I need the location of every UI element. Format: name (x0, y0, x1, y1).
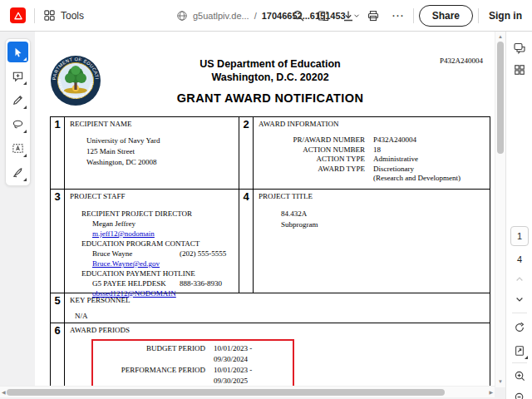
zoom-out-button[interactable] (510, 387, 530, 399)
print-icon (367, 9, 380, 22)
staff-name: G5 PAYEE HELPDESK (92, 278, 180, 288)
section-project-staff: 3 PROJECT STAFF RECIPIENT PROJECT DIRECT… (51, 190, 239, 293)
period-label: BUDGET PERIOD (98, 343, 205, 365)
period-value: 10/01/2023 - 09/30/2024 (214, 343, 288, 365)
download-icon (342, 9, 355, 22)
zoom-in-button[interactable] (510, 366, 530, 386)
field-label: AWARD TYPE (259, 165, 365, 175)
field-value: Discretionary (373, 165, 414, 175)
section-label: AWARD INFORMATION (259, 120, 485, 128)
doc-title: GRANT AWARD NOTIFICATION (50, 91, 490, 105)
section-recipient-name: 1 RECIPIENT NAME University of Navy Yard… (51, 117, 239, 189)
add-text-tool-button[interactable] (7, 138, 28, 159)
toolbar-divider (478, 8, 479, 23)
section-number: 5 (51, 293, 65, 323)
sign-tool-button[interactable] (7, 162, 28, 183)
tools-grid-icon (43, 9, 56, 22)
section-label: PROJECT TITLE (259, 192, 485, 200)
thumbnails-grid-icon (514, 64, 525, 76)
panel-divider (512, 362, 527, 363)
scroll-up-arrow[interactable]: ▲ (498, 34, 503, 39)
field-label: PR/AWARD NUMBER (259, 135, 365, 145)
award-info-row: ACTION TYPE Administrative (259, 155, 485, 165)
sign-in-button[interactable]: Sign in (484, 7, 527, 25)
staff-email-link[interactable]: m.jeff12@nodomain (92, 229, 155, 238)
period-value: 10/01/2023 - 09/30/2025 (214, 365, 288, 386)
chevron-down-icon (515, 294, 525, 304)
text-box-icon (12, 142, 24, 155)
right-panel: 4 (505, 32, 532, 399)
acrobat-logo-icon (10, 7, 26, 23)
comments-panel-button[interactable] (510, 38, 530, 58)
gan-table: 1 RECIPIENT NAME University of Navy Yard… (50, 116, 490, 386)
field-label: ACTION NUMBER (259, 145, 365, 155)
lasso-icon (12, 118, 24, 131)
horizontal-scrollbar-thumb[interactable] (7, 389, 445, 396)
print-button[interactable] (363, 6, 383, 26)
section-label: AWARD PERIODS (70, 326, 485, 334)
zoom-in-icon (514, 370, 526, 382)
scroll-left-arrow[interactable]: ◀ (2, 390, 6, 395)
section-number: 3 (51, 190, 65, 293)
current-page-input[interactable] (510, 226, 529, 246)
field-label (259, 174, 365, 184)
staff-phone: (202) 555-5555 (180, 249, 226, 259)
recipient-line: Washington, DC 20008 (86, 157, 234, 168)
staff-phone: 888-336-8930 (180, 278, 222, 288)
staff-name: Megan Jeffrey (92, 219, 180, 229)
download-button[interactable] (338, 6, 358, 26)
scroll-down-arrow[interactable]: ▼ (498, 379, 503, 384)
page-thumbnails-button[interactable] (510, 60, 530, 80)
rotate-clockwise-icon (514, 322, 525, 333)
vertical-scrollbar-thumb[interactable] (497, 42, 504, 154)
scroll-right-arrow[interactable]: ▶ (489, 390, 493, 395)
recipient-line: University of Navy Yard (86, 135, 234, 146)
more-options-button[interactable]: ⋯ (388, 8, 408, 23)
staff-email-link[interactable]: Bruce.Wayne@ed.gov (92, 259, 160, 268)
tools-menu-button[interactable]: Tools (40, 6, 87, 25)
lasso-tool-button[interactable] (7, 114, 28, 135)
pdf-page: DEPARTMENT OF EDUCATION UNITED STATES OF… (35, 32, 495, 386)
doc-header-line2: Washington, D.C. 20202 (50, 71, 490, 83)
page-code: P432A240004 (440, 57, 483, 65)
toolbar-divider (34, 8, 35, 23)
breadcrumb-separator: / (254, 11, 257, 21)
share-button[interactable]: Share (419, 5, 473, 27)
previous-page-button[interactable] (510, 269, 530, 289)
comment-tool-button[interactable] (7, 66, 28, 86)
staff-heading: EDUCATION PAYMENT HOTLINE (81, 268, 234, 278)
pages-icon (317, 9, 330, 22)
toolbar-divider (413, 8, 414, 23)
table-row: 1 RECIPIENT NAME University of Navy Yard… (51, 117, 490, 190)
field-value: P432A240004 (373, 135, 416, 145)
top-toolbar: Tools g5uatlpiv.de... / 17046652...61514… (0, 0, 532, 32)
award-info-row: PR/AWARD NUMBER P432A240004 (259, 135, 485, 145)
fit-page-button[interactable] (510, 341, 530, 361)
search-icon (292, 9, 305, 22)
table-row: 3 PROJECT STAFF RECIPIENT PROJECT DIRECT… (51, 190, 490, 293)
acrobat-home-button[interactable] (7, 4, 29, 27)
zoom-out-icon (514, 392, 526, 399)
rotate-page-button[interactable] (510, 318, 530, 337)
fit-page-icon (514, 345, 525, 357)
table-row: 5 KEY PERSONNEL N/A (51, 293, 490, 323)
vertical-scrollbar: ▲ ▼ (495, 32, 505, 387)
award-info-row: AWARD TYPE Discretionary (259, 165, 485, 175)
next-page-button[interactable] (510, 289, 530, 309)
ellipsis-icon: ⋯ (392, 12, 405, 20)
draw-tool-button[interactable] (7, 90, 28, 111)
search-button[interactable] (288, 6, 308, 26)
pages-button[interactable] (313, 6, 333, 26)
award-info-row: ACTION NUMBER 18 (259, 145, 485, 155)
comments-icon (513, 42, 526, 55)
section-key-personnel: 5 KEY PERSONNEL N/A (51, 293, 490, 323)
tools-label: Tools (61, 10, 84, 22)
section-award-information: 2 AWARD INFORMATION PR/AWARD NUMBER P432… (239, 117, 490, 189)
field-value: Administrative (373, 155, 418, 165)
section-number: 4 (239, 190, 254, 293)
field-value: 18 (373, 145, 381, 155)
select-tool-button[interactable] (7, 42, 28, 62)
chevron-up-icon (515, 274, 525, 284)
signature-pen-icon (12, 166, 24, 179)
field-value: (Research and Development) (373, 174, 461, 184)
